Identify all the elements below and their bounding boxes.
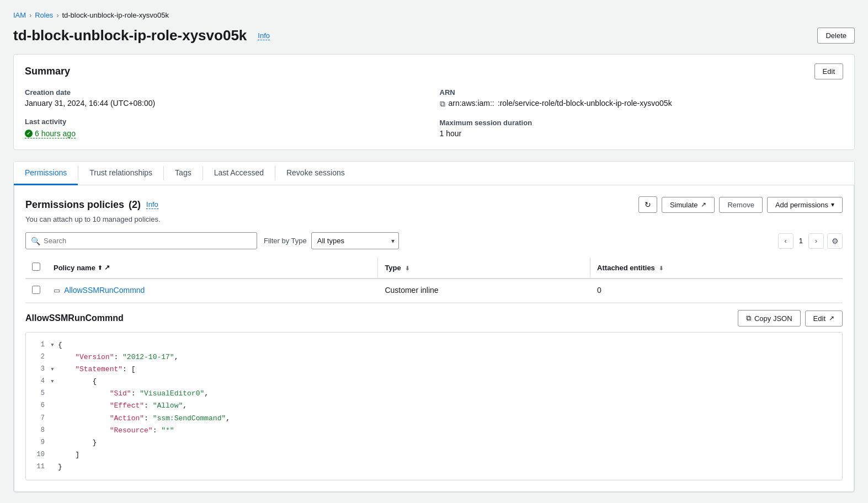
sort-asc-icon: ⬆ [98,265,102,271]
permissions-section: Permissions policies (2) Info ↻ Simulate… [14,185,854,492]
breadcrumb-sep-1: › [29,12,31,19]
th-checkbox [25,257,47,279]
filter-type-select[interactable]: All types AWS managed Customer managed C… [311,232,399,249]
last-activity-value[interactable]: 6 hours ago [25,129,76,138]
json-content-2: "Version": "2012-10-17", [58,351,178,363]
json-content-9: } [58,437,97,449]
json-fold-8 [50,425,58,437]
page-info-badge[interactable]: Info [258,31,270,40]
search-input[interactable] [25,232,257,249]
copy-json-button[interactable]: ⧉ Copy JSON [738,310,801,327]
json-linenum-8: 8 [35,425,50,437]
json-actions: ⧉ Copy JSON Edit ↗ [738,310,843,327]
json-line-5: 5 "Sid": "VisualEditor0", [35,388,833,400]
policy-name-link[interactable]: AllowSSMRunCommnd [64,286,145,295]
filter-select-wrapper: All types AWS managed Customer managed C… [311,232,399,249]
json-fold-3[interactable]: ▾ [50,363,58,376]
json-linenum-1: 1 [35,339,50,351]
table-header-row: Policy name ⬆ ↗ Type ⬇ Attached e [25,257,843,279]
json-fold-5 [50,388,58,400]
th-attached-entities: Attached entities ⬇ [590,257,843,279]
json-linenum-11: 11 [35,461,50,473]
copy-json-label: Copy JSON [754,314,792,323]
filter-label: Filter by Type [264,237,307,245]
json-line-7: 7 "Action": "ssm:SendCommand", [35,413,833,425]
json-fold-11 [50,461,58,473]
copy-json-icon: ⧉ [746,314,751,323]
row-checkbox[interactable] [32,286,40,294]
summary-card-body: Creation date January 31, 2024, 16:44 (U… [14,79,854,149]
tabs-container: Permissions Trust relationships Tags Las… [13,161,855,493]
table-row: ▭ AllowSSMRunCommnd Customer inline 0 [25,279,843,303]
row-checkbox-cell [25,279,47,303]
json-content-7: "Action": "ssm:SendCommand", [58,413,230,425]
row-attached-cell: 0 [590,279,843,303]
simulate-external-icon: ↗ [701,201,706,208]
add-permissions-label: Add permissions [775,201,828,209]
copy-arn-icon[interactable]: ⧉ [440,99,445,109]
last-activity-label: Last activity [25,117,429,126]
json-edit-button[interactable]: Edit ↗ [805,311,843,327]
arn-suffix: :role/service-role/td-block-unblock-ip-r… [498,99,672,108]
pagination-settings-button[interactable]: ⚙ [827,233,843,249]
prev-page-button[interactable]: ‹ [778,233,794,249]
json-fold-4[interactable]: ▾ [50,376,58,388]
json-content-6: "Effect": "Allow", [58,400,187,412]
arn-prefix: arn:aws:iam:: [449,99,494,108]
select-all-checkbox[interactable] [32,263,40,271]
json-linenum-7: 7 [35,413,50,425]
page-title-row: td-block-unblock-ip-role-xysvo05k Info D… [13,27,855,44]
tab-tags[interactable]: Tags [164,162,203,185]
json-content-10: ] [58,449,79,461]
filter-type-group: Filter by Type All types AWS managed Cus… [264,232,399,249]
row-type-cell: Customer inline [378,279,590,303]
summary-grid: Creation date January 31, 2024, 16:44 (U… [25,88,843,138]
json-linenum-6: 6 [35,400,50,412]
policy-name-sort[interactable]: Policy name ⬆ ↗ [54,264,110,272]
json-line-6: 6 "Effect": "Allow", [35,400,833,412]
add-permissions-chevron-icon: ▾ [831,201,834,208]
tab-last-accessed[interactable]: Last Accessed [203,162,275,185]
json-edit-external-icon: ↗ [829,314,834,322]
json-line-4: 4▾ { [35,376,833,388]
creation-date-label: Creation date [25,88,429,97]
summary-edit-button[interactable]: Edit [814,63,843,79]
refresh-button[interactable]: ↻ [638,196,657,213]
breadcrumb-roles[interactable]: Roles [35,11,53,19]
json-fold-1[interactable]: ▾ [50,339,58,351]
next-page-button[interactable]: › [808,233,824,249]
summary-right: ARN ⧉ arn:aws:iam:: :role/service-role/t… [440,88,844,138]
search-icon: 🔍 [31,237,40,245]
breadcrumb-iam[interactable]: IAM [13,11,26,19]
delete-button[interactable]: Delete [817,28,855,44]
remove-label: Remove [727,201,754,209]
json-line-11: 11 } [35,461,833,473]
add-permissions-button[interactable]: Add permissions ▾ [767,197,843,213]
tab-revoke-sessions[interactable]: Revoke sessions [275,162,356,185]
permissions-info-badge[interactable]: Info [146,200,158,209]
page-title: td-block-unblock-ip-role-xysvo05k [13,27,247,44]
permissions-subtitle: You can attach up to 10 managed policies… [25,215,843,223]
remove-button[interactable]: Remove [719,197,762,213]
json-linenum-2: 2 [35,351,50,363]
json-linenum-9: 9 [35,437,50,449]
permissions-section-title: Permissions policies (2) [25,199,141,211]
json-header: AllowSSMRunCommnd ⧉ Copy JSON Edit ↗ [25,303,843,332]
json-fold-10 [50,449,58,461]
simulate-label: Simulate [670,201,698,209]
row-attached-value: 0 [597,286,601,295]
simulate-button[interactable]: Simulate ↗ [662,197,715,213]
json-line-8: 8 "Resource": "*" [35,425,833,437]
permissions-actions: ↻ Simulate ↗ Remove Add permissions ▾ [638,196,843,213]
tab-permissions[interactable]: Permissions [14,162,78,185]
json-linenum-3: 3 [35,363,50,376]
policy-name-col-label: Policy name [54,264,95,272]
json-line-1: 1▾{ [35,339,833,351]
pagination-row: ‹ 1 › ⚙ [778,233,843,249]
row-policy-name-cell: ▭ AllowSSMRunCommnd [47,279,377,303]
search-wrapper: 🔍 [25,232,257,249]
json-fold-6 [50,400,58,412]
summary-card-header: Summary Edit [14,55,854,79]
last-activity-text: 6 hours ago [35,129,76,138]
tab-trust-relationships[interactable]: Trust relationships [78,162,163,185]
